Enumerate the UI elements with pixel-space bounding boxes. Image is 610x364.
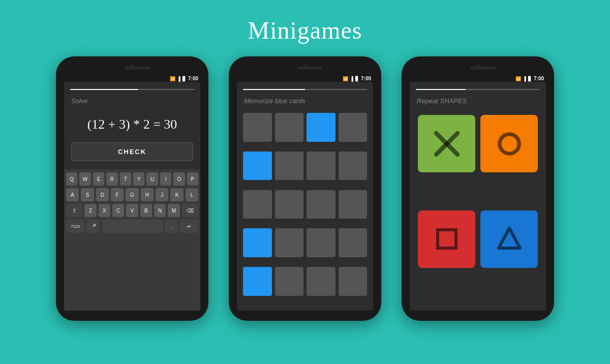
key-q[interactable]: Q (66, 172, 77, 186)
key-e[interactable]: E (93, 172, 104, 186)
math-equation: (12 + 3) * 2 = 30 (64, 105, 200, 142)
card-1-3[interactable] (339, 151, 368, 180)
key-r[interactable]: R (106, 172, 117, 186)
phone-2-battery-icon: ▊ (355, 76, 359, 81)
key-f[interactable]: F (111, 188, 124, 201)
card-1-0[interactable] (243, 151, 272, 180)
square-icon (432, 224, 462, 254)
key-backspace[interactable]: ⌫ (182, 204, 198, 217)
card-4-3[interactable] (339, 267, 368, 296)
signal-icon: ▐ (177, 76, 180, 81)
card-3-1[interactable] (275, 228, 304, 257)
key-o[interactable]: O (173, 172, 185, 186)
card-0-1[interactable] (275, 113, 304, 142)
phone-2-progress-fill (243, 89, 305, 90)
phone-1-progress-fill (70, 89, 138, 90)
card-2-0[interactable] (243, 190, 272, 219)
card-1-2[interactable] (307, 151, 336, 180)
key-k[interactable]: K (170, 188, 183, 201)
phone-1-status-bar: 📶 ▐ ▊ 7:00 (170, 76, 198, 81)
card-2-2[interactable] (307, 190, 336, 219)
phone-2-progress-container (237, 82, 373, 93)
key-y[interactable]: Y (133, 172, 144, 186)
wifi-icon: 📶 (170, 76, 175, 81)
phone-2-status-bar: 📶 ▐ ▊ 7:00 (343, 76, 371, 81)
card-0-2[interactable] (307, 113, 336, 142)
shapes-label: Repeat SHAPES (410, 93, 546, 105)
key-l[interactable]: L (186, 188, 198, 201)
card-2-1[interactable] (275, 190, 304, 219)
key-z[interactable]: Z (84, 204, 96, 217)
card-3-3[interactable] (339, 228, 368, 257)
page-title: Minigames (0, 0, 610, 44)
key-i[interactable]: I (160, 172, 171, 186)
phone-1-progress-container (64, 82, 200, 93)
shape-tile-square[interactable] (418, 210, 475, 268)
key-a[interactable]: A (66, 188, 79, 201)
check-button[interactable]: CHECK (71, 142, 193, 161)
key-h[interactable]: H (141, 188, 154, 201)
key-s[interactable]: S (81, 188, 94, 201)
phone-2-progress-bar (243, 89, 367, 90)
phone-1-progress-bar (70, 89, 194, 90)
key-w[interactable]: W (79, 172, 90, 186)
card-2-3[interactable] (339, 190, 368, 219)
shapes-grid (410, 105, 546, 311)
shape-tile-x[interactable] (418, 115, 475, 172)
keyboard-row-3: ⇧ Z X C V B N M ⌫ (66, 204, 198, 217)
key-mic[interactable]: 🎤 (86, 220, 100, 233)
key-j[interactable]: J (156, 188, 168, 201)
phone-1-time: 7:00 (188, 76, 198, 81)
phone-2-signal-icon: ▐ (350, 76, 353, 81)
cards-grid (237, 105, 373, 311)
keyboard: Q W E R T Y U I O P A S D (64, 169, 200, 311)
key-v[interactable]: V (126, 204, 138, 217)
phone-3-progress-bar (416, 89, 540, 90)
key-m[interactable]: M (168, 204, 179, 217)
card-4-0[interactable] (243, 267, 272, 296)
phone-2-wifi-icon: 📶 (343, 76, 348, 81)
card-0-0[interactable] (243, 113, 272, 142)
phone-2-speaker (297, 67, 323, 70)
phone-1: 📶 ▐ ▊ 7:00 Solve (12 + 3) * 2 = 30 CHECK… (56, 56, 208, 321)
memorize-label: Memorize blue cards (237, 93, 373, 105)
shape-tile-triangle[interactable] (480, 210, 538, 268)
key-numbers[interactable]: ?123 (66, 220, 84, 233)
key-enter[interactable]: ↵ (180, 220, 198, 233)
card-4-1[interactable] (275, 267, 304, 296)
phone-1-speaker (125, 67, 150, 70)
phone-3-battery-icon: ▊ (528, 76, 532, 81)
phones-container: 📶 ▐ ▊ 7:00 Solve (12 + 3) * 2 = 30 CHECK… (0, 56, 610, 321)
key-u[interactable]: U (146, 172, 158, 186)
battery-icon: ▊ (182, 76, 186, 81)
key-x[interactable]: X (99, 204, 110, 217)
phone-3-progress-container (410, 82, 546, 93)
card-1-1[interactable] (275, 151, 304, 180)
keyboard-row-1: Q W E R T Y U I O P (66, 172, 198, 186)
phone-3-status-bar: 📶 ▐ ▊ 7:00 (515, 76, 544, 81)
key-p[interactable]: P (187, 172, 198, 186)
phone-3: 📶 ▐ ▊ 7:00 Repeat SHAPES (402, 56, 554, 321)
key-b[interactable]: B (140, 204, 152, 217)
phone-3-signal-icon: ▐ (523, 76, 526, 81)
key-period[interactable]: . (165, 220, 178, 233)
card-4-2[interactable] (307, 267, 336, 296)
card-3-0[interactable] (243, 228, 272, 257)
key-c[interactable]: C (112, 204, 124, 217)
card-0-3[interactable] (339, 113, 368, 142)
phone-2-time: 7:00 (361, 76, 371, 81)
key-space[interactable] (102, 220, 163, 233)
phone-3-speaker (470, 67, 496, 70)
key-d[interactable]: D (96, 188, 109, 201)
phone-3-wifi-icon: 📶 (515, 76, 521, 81)
key-n[interactable]: N (154, 204, 166, 217)
card-3-2[interactable] (307, 228, 336, 257)
shape-tile-circle[interactable] (480, 115, 538, 172)
key-shift[interactable]: ⇧ (66, 204, 82, 217)
key-t[interactable]: T (120, 172, 131, 186)
phone-1-screen: Solve (12 + 3) * 2 = 30 CHECK Q W E R T … (64, 82, 200, 311)
keyboard-row-4: ?123 🎤 . ↵ (66, 220, 198, 233)
key-g[interactable]: G (126, 188, 138, 201)
phone-2-screen: Memorize blue cards (237, 82, 373, 311)
svg-point-2 (499, 134, 518, 153)
